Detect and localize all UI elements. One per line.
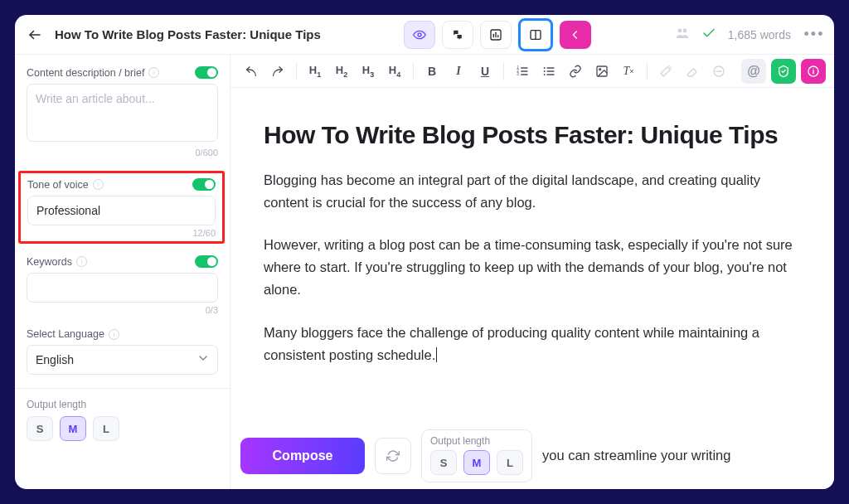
topbar: How To Write Blog Posts Faster: Unique T… <box>15 15 834 55</box>
heading-1-button[interactable]: H1 <box>303 59 327 84</box>
doc-heading: How To Write Blog Posts Faster: Unique T… <box>264 119 801 151</box>
output-length-label: Output length <box>27 399 218 410</box>
keywords-input[interactable] <box>27 273 218 303</box>
clear-format-button[interactable]: T× <box>616 59 641 84</box>
svg-point-9 <box>682 28 686 32</box>
preview-button[interactable] <box>404 21 435 49</box>
status-check-icon <box>701 26 716 44</box>
info-icon[interactable]: i <box>109 329 119 340</box>
keywords-label: Keywords <box>27 256 72 268</box>
page-title: How To Write Blog Posts Faster: Unique T… <box>55 27 321 41</box>
compose-olen-label: Output length <box>430 435 523 447</box>
tone-label: Tone of voice <box>27 179 89 191</box>
output-length-s[interactable]: S <box>27 416 53 441</box>
content-brief-counter: 0/600 <box>27 148 218 158</box>
collaborators-icon[interactable] <box>675 26 690 44</box>
keywords-field: Keywords i 0/3 <box>27 255 218 315</box>
split-view-button[interactable] <box>518 18 553 51</box>
ordered-list-button[interactable]: 123 <box>510 59 535 84</box>
content-brief-toggle[interactable] <box>195 66 218 79</box>
info-icon[interactable]: i <box>93 179 104 190</box>
svg-text:3: 3 <box>517 72 519 76</box>
compose-bar: Compose Output length S M L you can stre… <box>230 423 834 489</box>
refresh-button[interactable] <box>375 438 411 474</box>
content-brief-input[interactable] <box>27 84 218 142</box>
tone-highlight-box: Tone of voice i 12/60 <box>18 171 225 244</box>
formatting-toolbar: H1 H2 H3 H4 B I U 123 T× @ <box>230 55 834 88</box>
sidebar: Content description / brief i 0/600 Tone… <box>15 55 230 489</box>
svg-point-28 <box>813 68 813 69</box>
topbar-center-group <box>404 18 591 51</box>
info-icon[interactable]: i <box>76 256 87 267</box>
italic-button[interactable]: I <box>446 59 471 84</box>
svg-point-1 <box>418 33 421 36</box>
info-pink-button[interactable] <box>801 59 826 84</box>
link-button[interactable] <box>563 59 588 84</box>
svg-point-19 <box>544 67 546 69</box>
shield-check-button[interactable] <box>771 59 796 84</box>
sidebar-divider <box>15 388 230 389</box>
language-select[interactable]: English <box>27 345 218 375</box>
language-value: English <box>36 353 74 366</box>
text-cursor <box>436 347 437 362</box>
tone-input[interactable] <box>27 196 216 225</box>
mention-button[interactable]: @ <box>741 59 766 84</box>
svg-point-23 <box>599 68 601 70</box>
svg-point-20 <box>544 70 546 72</box>
eraser-button <box>680 59 705 84</box>
undo-button[interactable] <box>239 59 264 84</box>
content-brief-field: Content description / brief i 0/600 <box>27 66 218 158</box>
content-brief-label: Content description / brief <box>27 67 144 79</box>
output-length-field: Output length S M L <box>27 399 218 441</box>
tone-toggle[interactable] <box>192 178 216 191</box>
output-length-l[interactable]: L <box>93 416 119 441</box>
heading-4-button[interactable]: H4 <box>382 59 407 84</box>
compose-button[interactable]: Compose <box>240 438 365 474</box>
keywords-counter: 0/3 <box>27 305 218 315</box>
bold-button[interactable]: B <box>420 59 444 84</box>
compose-olen-s[interactable]: S <box>430 450 457 475</box>
tone-counter: 12/60 <box>27 228 216 238</box>
unordered-list-button[interactable] <box>536 59 561 84</box>
svg-point-21 <box>544 74 546 75</box>
ai-mode-button[interactable] <box>560 21 591 49</box>
crop-button <box>706 59 731 84</box>
compose-output-length: Output length S M L <box>421 429 532 482</box>
compose-olen-l[interactable]: L <box>497 450 523 475</box>
image-button[interactable] <box>589 59 614 84</box>
more-menu-button[interactable]: ••• <box>803 26 826 43</box>
analytics-button[interactable] <box>480 21 512 49</box>
doc-paragraph: Many bloggers face the challenge of prod… <box>264 322 801 366</box>
doc-paragraph: However, writing a blog post can be a ti… <box>264 234 801 302</box>
redo-button[interactable] <box>265 59 290 84</box>
body-split: Content description / brief i 0/600 Tone… <box>15 55 834 489</box>
app-window: How To Write Blog Posts Faster: Unique T… <box>15 15 834 489</box>
info-icon[interactable]: i <box>148 67 159 78</box>
svg-point-8 <box>677 28 682 32</box>
doc-paragraph: Blogging has become an integral part of … <box>264 169 801 214</box>
language-label: Select Language <box>27 328 104 340</box>
word-count: 1,685 words <box>728 28 791 41</box>
underline-button[interactable]: U <box>473 59 497 84</box>
comments-button[interactable] <box>442 21 473 49</box>
editor-column: H1 H2 H3 H4 B I U 123 T× @ <box>230 55 834 489</box>
magic-wand-button <box>653 59 678 84</box>
doc-tail-text: you can streamline your writing <box>542 444 730 467</box>
compose-olen-m[interactable]: M <box>463 450 490 475</box>
language-field: Select Language i English <box>27 328 218 375</box>
output-length-m[interactable]: M <box>60 416 86 441</box>
keywords-toggle[interactable] <box>195 255 218 268</box>
heading-3-button[interactable]: H3 <box>356 59 381 84</box>
back-button[interactable] <box>23 23 46 46</box>
heading-2-button[interactable]: H2 <box>329 59 354 84</box>
